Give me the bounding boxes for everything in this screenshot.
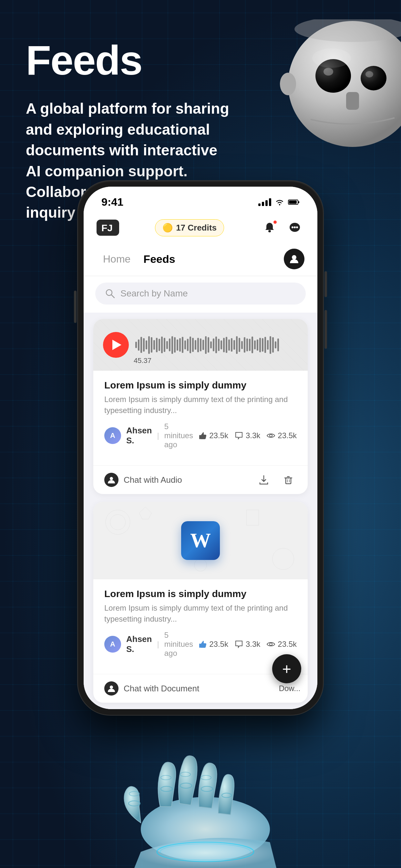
svg-rect-36 (199, 644, 201, 648)
like-count-doc: 23.5k (198, 640, 228, 649)
svg-rect-5 (346, 92, 359, 110)
waveform-bar (189, 337, 191, 353)
download-button[interactable] (255, 471, 272, 488)
waveform-bar (223, 338, 225, 352)
svg-point-2 (323, 68, 333, 75)
meta-divider: | (157, 431, 159, 440)
svg-rect-23 (199, 435, 201, 439)
waveform-bar (275, 341, 276, 348)
comment-icon (235, 431, 243, 440)
author-name: Ahsen S. (126, 426, 152, 445)
svg-text:FJ: FJ (101, 222, 113, 233)
meta-stats-doc: 23.5k 3.3k (198, 640, 297, 649)
download-icon (258, 474, 269, 485)
search-section: Search by Name (84, 276, 317, 313)
svg-point-25 (110, 477, 113, 480)
search-bar[interactable]: Search by Name (95, 283, 306, 305)
svg-rect-12 (289, 200, 297, 204)
comment-count-doc: 3.3k (235, 640, 260, 649)
credits-amount: 17 Credits (176, 223, 217, 233)
view-count: 23.5k (267, 431, 297, 440)
waveform-bar (226, 337, 227, 353)
tab-feeds[interactable]: Feeds (137, 250, 181, 269)
wifi-icon (275, 198, 284, 206)
card-meta-doc: A Ahsen S. | 5 minitues ago (104, 631, 297, 658)
user-profile-button[interactable] (284, 249, 305, 269)
credits-badge[interactable]: 🟡 17 Credits (155, 219, 224, 237)
card-actions-audio (255, 471, 297, 488)
waveform-bar (215, 337, 217, 353)
waveform-bar (184, 340, 186, 349)
app-logo: FJ (96, 220, 119, 236)
add-button[interactable]: + (272, 654, 301, 683)
waveform-bar (143, 338, 145, 352)
chat-with-audio[interactable]: Chat with Audio (104, 473, 182, 487)
waveform-bar (246, 338, 248, 351)
waveform-bar (203, 340, 204, 350)
svg-point-15 (268, 230, 271, 232)
svg-point-33 (273, 548, 294, 569)
comment-count-text-doc: 3.3k (246, 640, 260, 649)
svg-point-24 (270, 434, 272, 437)
waveform-bar (251, 337, 253, 353)
waveform-bar (249, 339, 251, 351)
comment-count: 3.3k (235, 431, 260, 440)
author-avatar-doc: A (104, 636, 121, 653)
word-w-letter: W (190, 529, 211, 553)
robot-hand-container (70, 707, 360, 868)
waveform-bar (138, 339, 140, 351)
comment-icon-doc (235, 640, 243, 648)
waveform-bar (172, 336, 173, 354)
page-title: Feeds (26, 39, 233, 82)
nav-actions (260, 218, 305, 237)
waveform-bar (148, 336, 150, 354)
delete-button[interactable] (280, 471, 297, 488)
waveform-bar (210, 341, 212, 348)
tab-home[interactable]: Home (96, 250, 137, 268)
waveform-bar (272, 337, 274, 352)
meta-divider-doc: | (157, 640, 159, 649)
svg-point-17 (291, 226, 294, 228)
card-title-doc: Lorem Ipsum is simply dummy (104, 588, 297, 599)
waveform-bar (205, 336, 207, 354)
waveform-bar (257, 339, 258, 351)
waveform-bar (200, 338, 202, 351)
message-button[interactable] (285, 218, 305, 237)
waveform-bar (192, 338, 194, 352)
waveform-bar (179, 338, 181, 352)
search-placeholder-text: Search by Name (120, 288, 188, 299)
waveform-bar (197, 338, 199, 352)
waveform-bar (239, 338, 240, 352)
waveform-bar (156, 338, 158, 352)
phone-mockup: 9:41 (78, 181, 323, 715)
thumbs-up-icon (198, 431, 207, 440)
comment-count-text: 3.3k (246, 431, 260, 440)
svg-line-22 (112, 295, 114, 298)
chat-label-audio: Chat with Audio (124, 475, 182, 485)
card-meta-audio: A Ahsen S. | 5 minitues ago (104, 422, 297, 449)
card-footer-audio: Chat with Audio (93, 465, 308, 494)
svg-point-9 (312, 49, 351, 68)
waveform-bar (228, 339, 230, 351)
battery-icon (288, 199, 300, 206)
svg-rect-35 (246, 510, 258, 525)
waveform-bar (166, 341, 168, 349)
tab-navigation: Home Feeds (84, 244, 317, 276)
chat-icon (288, 221, 302, 234)
waveform-bar (151, 337, 152, 352)
chat-with-doc[interactable]: Chat with Document (104, 681, 199, 695)
waveform-bar (182, 337, 183, 353)
svg-rect-26 (286, 478, 291, 484)
status-time: 9:41 (101, 196, 123, 208)
app-navbar: FJ 🟡 17 Credits (84, 212, 317, 244)
waveform-bar (267, 340, 269, 350)
waveform-bar (265, 337, 266, 353)
waveform-bar (244, 337, 245, 352)
waveform-bar (262, 338, 264, 352)
thumbs-up-icon-doc (198, 640, 207, 648)
card-desc-audio: Lorem Ipsum is simply dummy text of the … (104, 394, 297, 415)
play-button[interactable] (103, 332, 129, 358)
notification-button[interactable] (260, 218, 279, 237)
svg-rect-13 (298, 201, 299, 203)
svg-point-4 (366, 71, 373, 78)
